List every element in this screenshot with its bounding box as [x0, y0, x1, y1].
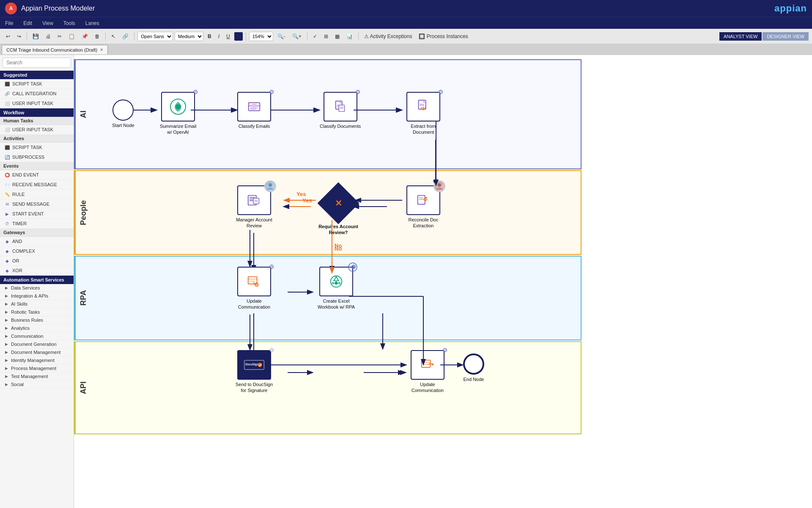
- toolbar-save[interactable]: 💾: [30, 32, 41, 41]
- chart-btn[interactable]: 📊: [344, 32, 355, 41]
- complex-icon: ◆: [4, 248, 10, 254]
- sidebar-item-end-event[interactable]: ⭕ END EVENT: [0, 170, 74, 180]
- svg-rect-64: [422, 360, 431, 367]
- svg-text:DocuSign: DocuSign: [245, 363, 258, 366]
- sidebar-item-timer[interactable]: ⏱ TIMER: [0, 219, 74, 229]
- toolbar-cut[interactable]: ✂: [55, 32, 64, 41]
- process-instances-btn[interactable]: 🔲 Process Instances: [416, 32, 470, 41]
- automation-process-management[interactable]: ▶ Process Management: [0, 364, 74, 373]
- sidebar-item-send-message[interactable]: ✉ SEND MESSAGE: [0, 199, 74, 209]
- classify-emails-icon: [246, 99, 262, 115]
- toolbar-connect[interactable]: 🔗: [120, 32, 131, 41]
- classify-emails-label: Classify Emails: [239, 123, 270, 129]
- automation-robotic-tasks[interactable]: ▶ Robotic Tasks: [0, 308, 74, 316]
- automation-data-services[interactable]: ▶ Data Services: [0, 284, 74, 292]
- automation-ai-skills[interactable]: ▶ AI Skills: [0, 300, 74, 308]
- update-comm2-icon: [420, 357, 436, 373]
- canvas[interactable]: AI People RPA API: [74, 55, 812, 508]
- automation-document-management[interactable]: ▶ Document Management: [0, 348, 74, 356]
- menu-view[interactable]: View: [41, 19, 55, 27]
- italic-btn[interactable]: I: [216, 32, 222, 41]
- send-message-icon: ✉: [4, 201, 10, 207]
- grid-btn[interactable]: ⊞: [321, 32, 331, 41]
- manager-review-node[interactable]: Manager Account Review: [233, 185, 275, 229]
- sidebar-item-and[interactable]: ◆ AND: [0, 237, 74, 246]
- automation-header[interactable]: Automation Smart Services: [0, 276, 74, 284]
- end-node[interactable]: End Node: [463, 353, 484, 382]
- update-comm1-node[interactable]: ⚙ Update Communication: [233, 267, 275, 310]
- send-docusign-node[interactable]: ⚙ DocuSign Send to DoucSign for Signatur…: [233, 350, 275, 394]
- workflow-header[interactable]: Workflow: [0, 108, 74, 117]
- menu-file[interactable]: File: [3, 19, 15, 27]
- requires-review-node[interactable]: ✕ Requires Account Review?: [315, 186, 362, 236]
- underline-btn[interactable]: U: [224, 32, 233, 41]
- sidebar-item-xor[interactable]: ◆ XOR: [0, 266, 74, 276]
- font-select[interactable]: Open Sans: [137, 32, 173, 41]
- toolbar-print[interactable]: 🖨: [43, 32, 53, 41]
- summarize-node[interactable]: ⚙ Summarize Email w/ OpenAI: [157, 92, 199, 135]
- checkmark-btn[interactable]: ✓: [310, 32, 320, 41]
- automation-analytics[interactable]: ▶ Analytics: [0, 324, 74, 332]
- expand-social: ▶: [5, 382, 8, 387]
- automation-test-management[interactable]: ▶ Test Management: [0, 373, 74, 381]
- sidebar-item-start-event[interactable]: ▶ START EVENT: [0, 209, 74, 219]
- svg-rect-32: [419, 100, 426, 109]
- update-comm2-node[interactable]: ⚙ Update Communication: [406, 350, 449, 394]
- toolbar-undo[interactable]: ↩: [3, 32, 13, 41]
- openai-icon: [170, 98, 187, 115]
- zoom-out[interactable]: 🔍-: [275, 32, 288, 41]
- svg-rect-48: [248, 277, 257, 284]
- sidebar-item-user-input-task-1[interactable]: ⬜ USER INPUT TASK: [0, 99, 74, 108]
- color-btn[interactable]: [234, 32, 243, 41]
- toolbar-redo[interactable]: ↪: [14, 32, 24, 41]
- reconcile-label: Reconcile Doc Extraction: [402, 217, 444, 229]
- sidebar-item-rule[interactable]: 📏 RULE: [0, 190, 74, 199]
- menu-tools[interactable]: Tools: [62, 19, 77, 27]
- create-excel-node[interactable]: ⚙ Create Excel Workbook w/ RPA: [315, 267, 357, 310]
- svg-rect-42: [250, 197, 255, 198]
- start-node[interactable]: Start Node: [112, 99, 134, 128]
- main-tab[interactable]: CCM Triage Inbound Communication (Draft)…: [2, 45, 108, 54]
- sidebar-item-receive-message[interactable]: 📨 RECEIVE MESSAGE: [0, 180, 74, 190]
- reconcile-node[interactable]: Reconcile Doc Extraction: [402, 185, 444, 229]
- automation-document-generation[interactable]: ▶ Document Generation: [0, 340, 74, 348]
- top-bar: A Appian Process Modeler appian: [0, 0, 812, 17]
- sidebar-item-script-task-2[interactable]: ⬛ SCRIPT TASK: [0, 143, 74, 152]
- menu-lanes[interactable]: Lanes: [84, 19, 101, 27]
- automation-business-rules[interactable]: ▶ Business Rules: [0, 316, 74, 324]
- automation-integration-apis[interactable]: ▶ Integration & APIs: [0, 292, 74, 300]
- toolbar-paste[interactable]: 📌: [79, 32, 91, 41]
- sidebar-item-user-input-task-2[interactable]: ⬜ USER INPUT TASK: [0, 125, 74, 135]
- analyst-view-btn[interactable]: ANALYST VIEW: [719, 32, 762, 41]
- classify-docs-icon: [332, 99, 348, 115]
- designer-view-btn[interactable]: DESIGNER VIEW: [763, 32, 809, 41]
- automation-social[interactable]: ▶ Social: [0, 381, 74, 389]
- classify-emails-node[interactable]: ⚙ Classify Emails: [237, 92, 271, 129]
- reconcile-box: [406, 185, 440, 215]
- menu-edit[interactable]: Edit: [22, 19, 34, 27]
- automation-identity-management[interactable]: ▶ Identity Management: [0, 356, 74, 364]
- automation-communication[interactable]: ▶ Communication: [0, 332, 74, 340]
- sidebar-item-call-integration[interactable]: 🔗 CALL INTEGRATION: [0, 89, 74, 99]
- bold-btn[interactable]: B: [205, 32, 214, 41]
- sidebar-item-complex[interactable]: ◆ COMPLEX: [0, 246, 74, 256]
- layout-btn[interactable]: ▦: [332, 32, 342, 41]
- tab-close-btn[interactable]: ✕: [100, 47, 103, 52]
- classify-docs-node[interactable]: ⚙ Classify Documents: [320, 92, 361, 129]
- toolbar-delete[interactable]: 🗑: [92, 32, 102, 41]
- toolbar-select[interactable]: ↖: [109, 32, 118, 41]
- size-select[interactable]: Medium: [175, 32, 203, 41]
- sidebar-item-script-task-1[interactable]: ⬛ SCRIPT TASK: [0, 79, 74, 89]
- search-input[interactable]: [3, 58, 71, 68]
- zoom-select[interactable]: 154%: [249, 32, 273, 41]
- activity-exceptions-btn[interactable]: ⚠ Activity Exceptions: [362, 32, 415, 41]
- svg-point-60: [338, 282, 341, 284]
- zoom-in[interactable]: 🔍+: [290, 32, 304, 41]
- sidebar-item-subprocess[interactable]: 🔄 SUBPROCESS: [0, 152, 74, 162]
- script-task-icon-2: ⬛: [4, 144, 10, 150]
- toolbar-copy[interactable]: 📋: [66, 32, 77, 41]
- sidebar-item-or[interactable]: ◆ OR: [0, 256, 74, 266]
- suggested-header[interactable]: Suggested: [0, 71, 74, 79]
- extract-doc-node[interactable]: ⚙ Extract from Document: [402, 92, 444, 135]
- svg-rect-45: [253, 198, 259, 204]
